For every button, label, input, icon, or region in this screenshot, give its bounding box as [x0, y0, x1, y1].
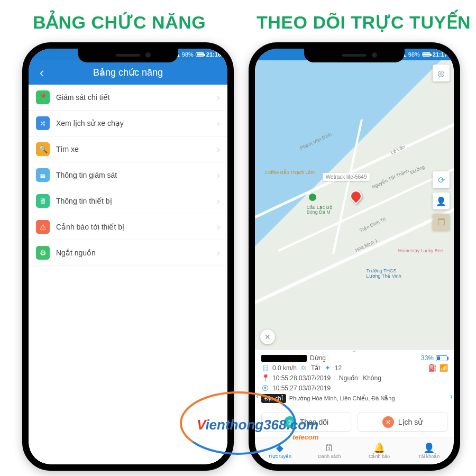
phone-screen-left: 98% 21:16 ‹ Bảng chức năng 📍 Giám sát ch…: [29, 49, 227, 464]
engine-icon: ⛭: [300, 364, 308, 372]
battery-icon: [422, 52, 431, 57]
menu-item-poweroff[interactable]: ⚙ Ngắt nguồn ›: [29, 240, 227, 266]
menu-item-monitor[interactable]: 📍 Giám sát chi tiết ›: [29, 85, 227, 111]
location-icon: 📍: [261, 374, 269, 382]
map-poi-icon: [309, 194, 316, 201]
menu-item-label: Tìm xe: [56, 145, 79, 153]
chevron-right-icon: ›: [217, 248, 220, 259]
clock: 21:17: [433, 51, 447, 58]
action-buttons: ◎ Theo dõi ⤭ Lịch sử: [255, 408, 454, 437]
chevron-right-icon: ›: [217, 118, 220, 129]
chevron-right-icon: ›: [217, 222, 220, 233]
acc-value: Tắt: [311, 364, 321, 372]
phone-notch: [304, 49, 405, 62]
menu-item-label: Ngắt nguồn: [56, 249, 96, 257]
gps-time: 10:55:28 03/07/2019: [272, 374, 331, 382]
next-device-button[interactable]: ›: [450, 391, 453, 400]
battery-icon: [196, 52, 204, 57]
device-battery: 33%: [421, 354, 447, 362]
device-name-hidden: [261, 355, 307, 362]
menu-item-device-info[interactable]: 🖥 Thông tin thiết bị ›: [29, 188, 227, 214]
device-pin-icon[interactable]: [350, 190, 363, 203]
close-button[interactable]: ✕: [260, 329, 275, 344]
menu-item-alerts[interactable]: ⚠ Cảnh báo tới thiết bị ›: [29, 214, 227, 240]
crosshair-icon: ◎: [284, 416, 296, 428]
phone-screen-right: 98% 21:17 Phạm Văn Đình Nguyễn Tất Thành…: [255, 49, 454, 464]
tab-alerts[interactable]: 🔔 Cảnh báo: [354, 437, 404, 464]
route-icon: ⤭: [382, 416, 394, 428]
battery-pct: 98%: [182, 51, 194, 58]
tab-label: Trực tuyến: [268, 454, 291, 459]
menu-item-monitor-info[interactable]: ≣ Thông tin giám sát ›: [29, 162, 227, 188]
button-label: Lịch sử: [398, 418, 423, 426]
source-value: Không: [363, 374, 381, 382]
map-poi-label: Coffee Bảo Thạch Lâm: [265, 170, 315, 176]
refresh-button[interactable]: ⟳: [433, 171, 450, 188]
search-icon: 🔍: [36, 142, 50, 156]
fuel-icon: ⛽: [428, 364, 436, 372]
map-poi-label: Câu Lạc Bộ Bóng Đá M: [307, 205, 333, 216]
function-menu: 📍 Giám sát chi tiết › ⤭ Xem lịch sử xe c…: [29, 85, 227, 464]
page-title: Bảng chức năng: [93, 67, 163, 78]
list-icon: ≣: [36, 168, 50, 182]
layers-button[interactable]: ❐: [433, 214, 450, 231]
alert-icon: ⚠: [36, 220, 50, 234]
menu-item-label: Thông tin giám sát: [56, 171, 117, 179]
tab-list[interactable]: 🗓 Danh sách: [305, 437, 354, 464]
title-bar: ‹ Bảng chức năng: [29, 60, 227, 85]
menu-item-label: Cảnh báo tới thiết bị: [56, 223, 124, 231]
device-icon: 🖥: [36, 194, 50, 208]
locate-button[interactable]: ◎: [433, 65, 450, 81]
menu-item-history[interactable]: ⤭ Xem lịch sử xe chạy ›: [29, 111, 227, 136]
signal-icon: 📶: [440, 364, 447, 372]
diamond-icon: ◆: [276, 443, 283, 453]
sliders-icon: ⚙: [36, 246, 50, 260]
device-tag[interactable]: Wetrack lite-5649: [323, 173, 370, 181]
menu-item-label: Thông tin thiết bị: [56, 197, 112, 205]
pin-icon: 📍: [36, 90, 50, 104]
tab-bar: ◆ Trực tuyến 🗓 Danh sách 🔔 Cảnh báo 👤 Tà…: [255, 437, 454, 464]
source-label: Nguồn:: [339, 374, 360, 382]
map-water: [255, 60, 454, 350]
sat-value: 12: [335, 364, 342, 372]
user-icon: 👤: [423, 443, 435, 453]
chevron-right-icon: ›: [217, 170, 220, 181]
menu-item-label: Xem lịch sử xe chạy: [56, 119, 124, 127]
section-title-left: BẢNG CHỨC NĂNG: [33, 12, 206, 33]
follow-button[interactable]: ◎ Theo dõi: [261, 413, 351, 432]
expand-handle[interactable]: ⌃: [351, 349, 358, 358]
calendar-icon: 🗓: [325, 443, 334, 453]
tab-label: Danh sách: [318, 454, 341, 459]
phone-notch: [78, 49, 178, 62]
speedometer-icon: ⌼: [261, 364, 269, 372]
broadcast-icon: ⦿: [261, 384, 269, 392]
tab-label: Tài khoản: [418, 454, 440, 459]
map-view[interactable]: Phạm Văn Đình Nguyễn Tất Thành Trần Đình…: [255, 60, 454, 350]
chevron-right-icon: ›: [217, 92, 220, 103]
user-button[interactable]: 👤: [433, 193, 450, 209]
map-poi-label: Trường THCS Lương Thế Vinh: [367, 269, 401, 279]
chevron-right-icon: ›: [217, 196, 220, 207]
chevron-right-icon: ›: [217, 144, 220, 155]
tab-online[interactable]: ◆ Trực tuyến: [255, 437, 305, 464]
battery-icon: [436, 355, 447, 361]
section-title-right: THEO DÕI TRỰC TUYẾN: [257, 12, 471, 33]
info-card: ⌃ ‹ › Dừng 33% ⌼ 0.0 km/h ⛭ Tắt ✦ 12 ⛽ 📶: [255, 350, 454, 408]
tab-label: Cảnh báo: [369, 454, 390, 459]
map-poi-label: Homestay Lucky Bee: [398, 249, 443, 254]
route-icon: ⤭: [36, 116, 50, 130]
menu-item-find[interactable]: 🔍 Tìm xe ›: [29, 136, 227, 162]
address-chip: Địa chỉ: [261, 394, 286, 403]
history-button[interactable]: ⤭ Lịch sử: [358, 413, 447, 432]
back-button[interactable]: ‹: [34, 60, 50, 85]
battery-pct: 98%: [408, 51, 420, 58]
clock: 21:16: [206, 51, 221, 58]
address-value: Phường Hòa Minh, Liên Chiểu, Đà Nẵng: [289, 395, 395, 402]
phone-frame-left: 98% 21:16 ‹ Bảng chức năng 📍 Giám sát ch…: [22, 42, 234, 471]
tab-account[interactable]: 👤 Tài khoản: [404, 437, 454, 464]
satellite-icon: ✦: [324, 364, 332, 372]
device-status: Dừng: [310, 354, 326, 362]
phone-frame-right: 98% 21:17 Phạm Văn Đình Nguyễn Tất Thành…: [249, 42, 460, 471]
prev-device-button[interactable]: ‹: [256, 391, 259, 400]
menu-item-label: Giám sát chi tiết: [56, 93, 110, 102]
